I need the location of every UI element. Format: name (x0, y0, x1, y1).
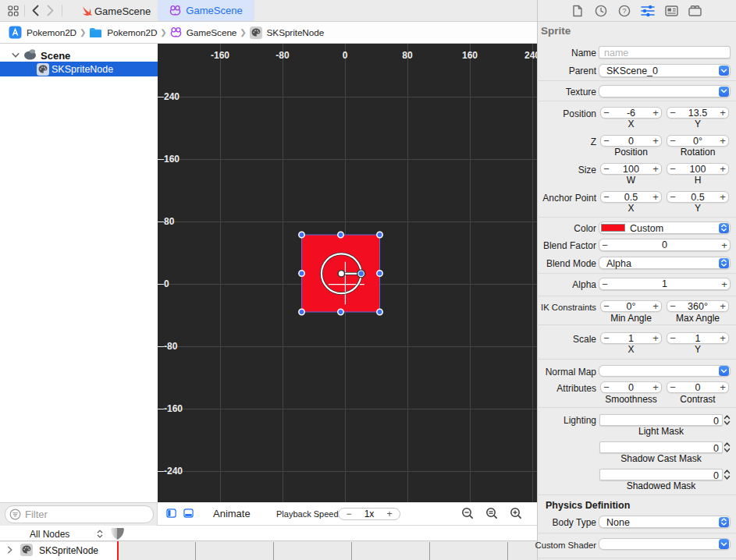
svg-text:?: ? (622, 7, 626, 15)
